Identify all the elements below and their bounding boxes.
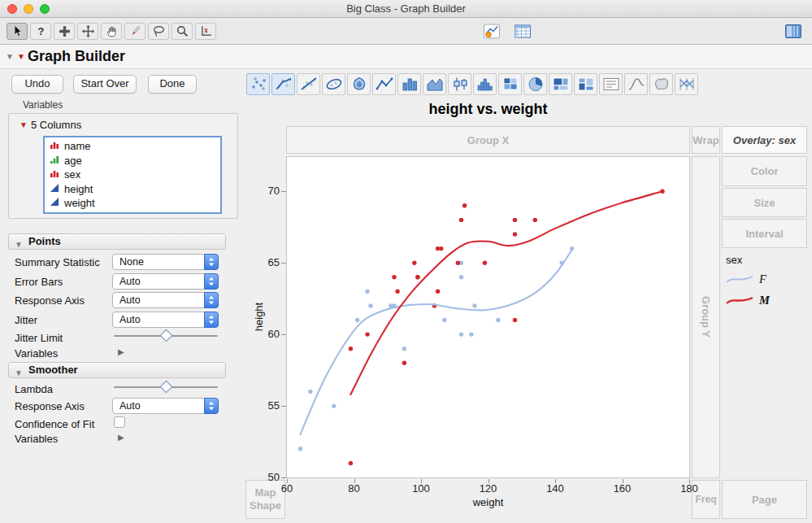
start-over-button[interactable]: Start Over [73,75,137,94]
data-point-M[interactable] [349,346,353,351]
data-point-F[interactable] [368,303,372,307]
move-tool[interactable] [77,23,98,40]
slider-thumb[interactable] [159,381,172,394]
drop-zone-overlay[interactable]: Overlay: sex [722,126,807,154]
data-point-M[interactable] [513,232,517,236]
palette-formula-button[interactable] [624,73,648,95]
data-point-F[interactable] [298,447,302,451]
palette-pie-button[interactable] [523,73,547,95]
data-point-F[interactable] [472,303,476,307]
columns-list[interactable]: nameagesexheightweight [43,136,222,214]
confidence-checkbox[interactable] [114,416,125,428]
brush-tool[interactable] [124,23,145,40]
palette-line-button[interactable] [372,73,396,95]
data-point-M[interactable] [483,261,487,265]
palette-line-of-fit-button[interactable] [297,73,320,95]
error-bars-popup[interactable]: Auto [112,273,219,290]
data-point-M[interactable] [439,246,443,251]
data-point-M[interactable] [395,290,399,294]
data-point-F[interactable] [459,275,463,279]
data-table-icon[interactable] [512,21,533,41]
smoother-section-header[interactable]: ▼ Smoother [8,362,226,378]
data-point-F[interactable] [308,390,312,394]
data-point-M[interactable] [415,275,419,279]
data-point-M[interactable] [533,218,537,222]
minimize-button[interactable] [24,4,33,14]
drop-zone-interval[interactable]: Interval [722,219,807,248]
palette-heatmap-button[interactable] [498,73,522,95]
data-point-M[interactable] [462,203,467,207]
palette-treemap-button[interactable] [549,73,572,95]
zoom-button[interactable] [40,4,50,14]
data-point-F[interactable] [332,403,336,408]
close-button[interactable] [7,4,17,14]
data-point-M[interactable] [412,261,416,265]
palette-ellipse-button[interactable] [322,73,345,95]
plot-canvas[interactable] [287,157,689,477]
palette-histogram-button[interactable] [473,73,497,95]
legend-item-F[interactable]: F [726,268,770,290]
arrow-tool[interactable] [7,23,28,40]
drop-zone-group-y[interactable]: Group Y [692,156,720,478]
panel-toggle-icon[interactable] [783,21,804,41]
palette-map-shapes-button[interactable] [649,73,673,95]
data-point-M[interactable] [456,261,460,265]
slider-thumb[interactable] [159,329,172,342]
summary-statistic-popup[interactable]: None [112,254,219,270]
palette-points-button[interactable] [246,73,270,95]
palette-contour-button[interactable] [347,73,371,95]
data-point-F[interactable] [442,318,446,322]
data-point-M[interactable] [349,461,353,465]
grabber-tool[interactable] [101,23,122,40]
palette-area-button[interactable] [423,73,446,95]
data-point-M[interactable] [402,361,406,365]
y-axis-label[interactable]: height [253,268,265,366]
data-point-M[interactable] [513,218,517,222]
undo-button[interactable]: Undo [11,75,63,94]
palette-caption-box-button[interactable] [599,73,623,95]
drop-zone-group-x[interactable]: Group X [286,126,690,154]
x-axis-label[interactable]: weight [286,496,690,508]
smoother-response-axis-popup[interactable]: Auto [112,398,219,414]
column-item-weight[interactable]: weight [45,196,220,211]
help-tool[interactable]: ? [30,23,51,40]
lambda-slider[interactable] [114,381,218,393]
drop-zone-page[interactable]: Page [722,480,807,519]
plot-area[interactable] [286,156,690,478]
points-variables-expand-icon[interactable]: ▶ [118,347,124,356]
columns-menu-icon[interactable]: ▼ [20,120,28,129]
column-item-age[interactable]: age [45,154,220,168]
data-point-M[interactable] [459,218,463,222]
data-point-F[interactable] [469,332,473,336]
axis-tool[interactable] [195,23,216,40]
column-item-height[interactable]: height [45,182,220,197]
data-point-M[interactable] [392,275,396,279]
smoother-curve-F[interactable] [301,250,572,434]
points-disclosure-icon[interactable]: ▼ [15,238,23,252]
data-point-M[interactable] [513,318,517,322]
data-point-F[interactable] [365,290,369,294]
magnifier-tool[interactable] [172,23,193,40]
data-point-M[interactable] [365,332,369,336]
data-point-F[interactable] [459,332,463,336]
palette-parallel-plot-button[interactable] [675,73,698,95]
points-response-axis-popup[interactable]: Auto [112,292,219,308]
data-point-M[interactable] [436,290,440,294]
column-item-sex[interactable]: sex [45,168,220,182]
column-item-name[interactable]: name [45,139,220,154]
selection-tool[interactable] [54,23,75,40]
jitter-limit-slider[interactable] [114,330,218,342]
palette-mosaic-button[interactable] [574,73,597,95]
palette-bar-button[interactable] [397,73,421,95]
palette-smoother-button[interactable] [271,73,295,95]
points-section-header[interactable]: ▼ Points [8,233,226,250]
smoother-disclosure-icon[interactable]: ▼ [15,366,23,381]
graph-title[interactable]: height vs. weight [286,101,690,118]
data-point-F[interactable] [496,318,500,322]
graph-builder-icon[interactable] [481,21,502,41]
drop-zone-color[interactable]: Color [722,156,807,186]
jitter-popup[interactable]: Auto [112,312,219,328]
drop-zone-wrap[interactable]: Wrap [692,126,720,154]
palette-box-plot-button[interactable] [448,73,471,95]
legend-item-M[interactable]: M [726,290,770,311]
